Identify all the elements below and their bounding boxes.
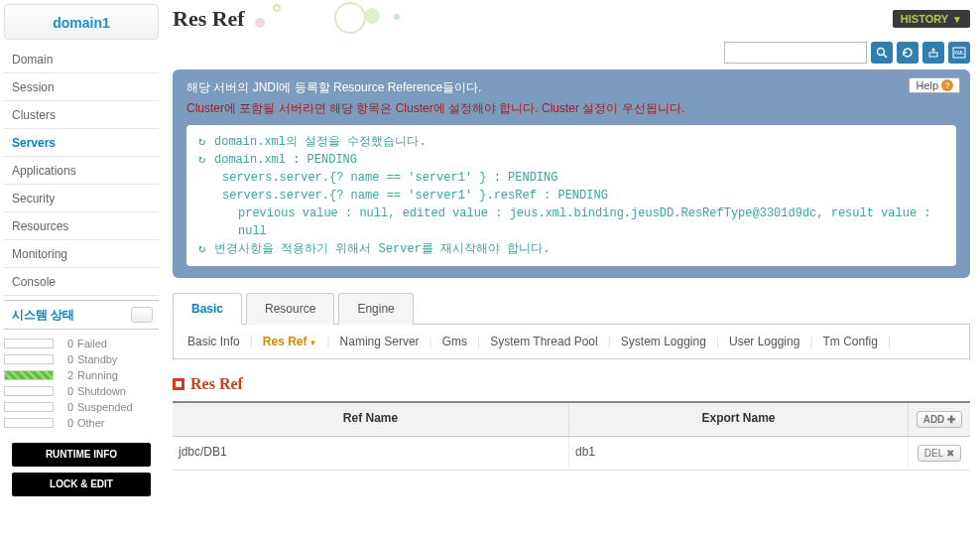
refresh-button[interactable]	[897, 42, 919, 64]
log-line-1: domain.xml의 설정을 수정했습니다.	[214, 133, 427, 151]
decorative-dots	[255, 4, 404, 34]
nav-applications[interactable]: Applications	[4, 157, 159, 185]
col-ref-name: Ref Name	[173, 403, 569, 436]
nav-console[interactable]: Console	[4, 268, 159, 296]
delete-button[interactable]: DEL✖	[918, 445, 961, 462]
status-shutdown: 0Shutdown	[4, 383, 159, 399]
plus-icon: ✚	[947, 414, 955, 425]
log-line-6: 변경사항을 적용하기 위해서 Server를 재시작해야 합니다.	[214, 240, 550, 258]
status-other: 0Other	[4, 415, 159, 431]
svg-point-0	[878, 49, 885, 56]
status-running: 2Running	[4, 367, 159, 383]
log-line-3: servers.server.{? name == 'server1' } : …	[198, 169, 944, 187]
dropdown-icon: ▼	[309, 339, 317, 347]
system-status-title: 시스템 상태	[12, 307, 74, 324]
refresh-status-button[interactable]	[131, 307, 153, 323]
section-title: Res Ref	[173, 375, 970, 393]
log-box: ↻domain.xml의 설정을 수정했습니다. ↻domain.xml : P…	[186, 125, 956, 266]
table-row: jdbc/DB1 db1 DEL✖	[173, 437, 970, 471]
reload-icon: ↻	[198, 133, 214, 151]
help-icon: ?	[941, 79, 953, 91]
status-list: 0Failed 0Standby 2Running 0Shutdown 0Sus…	[4, 330, 159, 437]
res-ref-table: Ref Name Export Name ADD✚ jdbc/DB1 db1 D…	[173, 401, 970, 471]
subtab-naming-server[interactable]: Naming Server	[340, 335, 420, 348]
log-line-4: servers.server.{? name == 'server1' }.re…	[198, 187, 944, 205]
nav-clusters[interactable]: Clusters	[4, 101, 159, 129]
subtab-system-thread-pool[interactable]: System Thread Pool	[490, 335, 598, 348]
info-description: 해당 서버의 JNDI에 등록할 Resource Reference들이다.	[186, 79, 956, 96]
info-box: Help? 해당 서버의 JNDI에 등록할 Resource Referenc…	[173, 69, 970, 278]
lock-and-edit-button[interactable]: LOCK & EDIT	[12, 473, 151, 496]
search-input[interactable]	[724, 42, 867, 64]
log-line-5: previous value : null, edited value : je…	[198, 205, 944, 240]
svg-rect-2	[929, 53, 937, 57]
help-button[interactable]: Help?	[909, 77, 960, 93]
subtab-gms[interactable]: Gms	[442, 335, 467, 348]
sub-tabs: Basic Info| Res Ref▼| Naming Server| Gms…	[173, 325, 970, 359]
subtab-basic-info[interactable]: Basic Info	[187, 335, 240, 348]
status-failed: 0Failed	[4, 336, 159, 351]
nav-servers[interactable]: Servers	[4, 129, 159, 157]
svg-line-1	[884, 55, 887, 58]
nav-list: Domain Session Clusters Servers Applicat…	[4, 46, 159, 296]
nav-domain[interactable]: Domain	[4, 46, 159, 73]
system-status-header: 시스템 상태	[4, 300, 159, 330]
page-title: Res Ref	[173, 6, 245, 32]
add-button[interactable]: ADD✚	[917, 411, 963, 428]
subtab-tm-config[interactable]: Tm Config	[823, 335, 878, 348]
cell-export-name[interactable]: db1	[569, 437, 909, 470]
status-suspended: 0Suspended	[4, 399, 159, 415]
nav-session[interactable]: Session	[4, 73, 159, 101]
chevron-down-icon: ▼	[952, 14, 962, 25]
info-warning: Cluster에 포함될 서버라면 해당 항목은 Cluster에 설정해야 합…	[186, 100, 956, 117]
cell-ref-name[interactable]: jdbc/DB1	[173, 437, 569, 470]
domain-title: domain1	[4, 4, 159, 40]
tab-engine[interactable]: Engine	[338, 293, 413, 325]
tab-resource[interactable]: Resource	[246, 293, 334, 325]
log-line-2: domain.xml : PENDING	[214, 151, 357, 169]
reload-icon: ↻	[198, 151, 214, 169]
tab-basic[interactable]: Basic	[173, 293, 242, 325]
nav-monitoring[interactable]: Monitoring	[4, 240, 159, 268]
export-button[interactable]	[922, 42, 944, 64]
xml-button[interactable]: XML	[948, 42, 970, 64]
nav-security[interactable]: Security	[4, 185, 159, 212]
history-label: HISTORY	[901, 13, 948, 25]
nav-resources[interactable]: Resources	[4, 212, 159, 240]
col-export-name: Export Name	[569, 403, 909, 436]
history-button[interactable]: HISTORY ▼	[893, 10, 970, 28]
status-standby: 0Standby	[4, 351, 159, 367]
section-icon	[173, 378, 184, 390]
main-tabs: Basic Resource Engine	[173, 292, 970, 325]
svg-text:XML: XML	[954, 50, 965, 56]
delete-icon: ✖	[946, 448, 954, 459]
runtime-info-button[interactable]: RUNTIME INFO	[12, 443, 151, 467]
search-button[interactable]	[871, 42, 893, 64]
subtab-system-logging[interactable]: System Logging	[621, 335, 706, 348]
subtab-res-ref[interactable]: Res Ref▼	[263, 335, 317, 348]
subtab-user-logging[interactable]: User Logging	[729, 335, 799, 348]
reload-icon: ↻	[198, 240, 214, 258]
